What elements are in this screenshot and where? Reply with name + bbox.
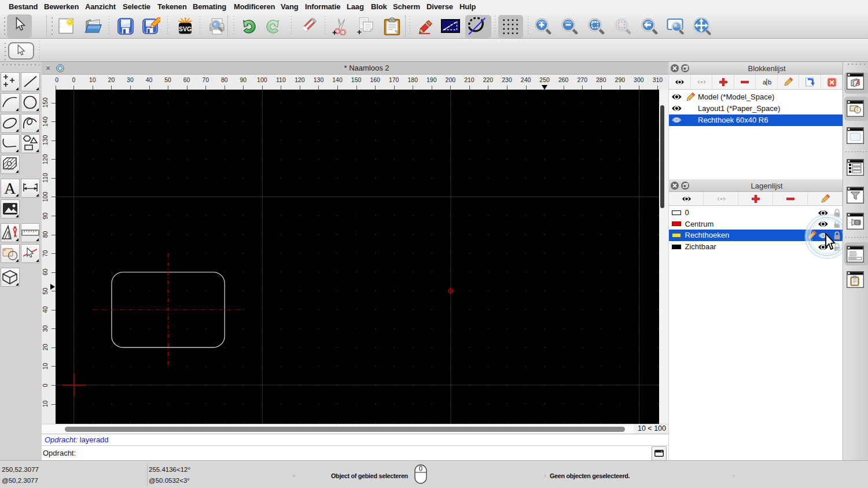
svg-text:SVG: SVG bbox=[179, 25, 192, 32]
svg-text:A: A bbox=[4, 179, 16, 197]
svg-text:b: b bbox=[768, 79, 771, 86]
svg-text:a: a bbox=[763, 79, 767, 86]
